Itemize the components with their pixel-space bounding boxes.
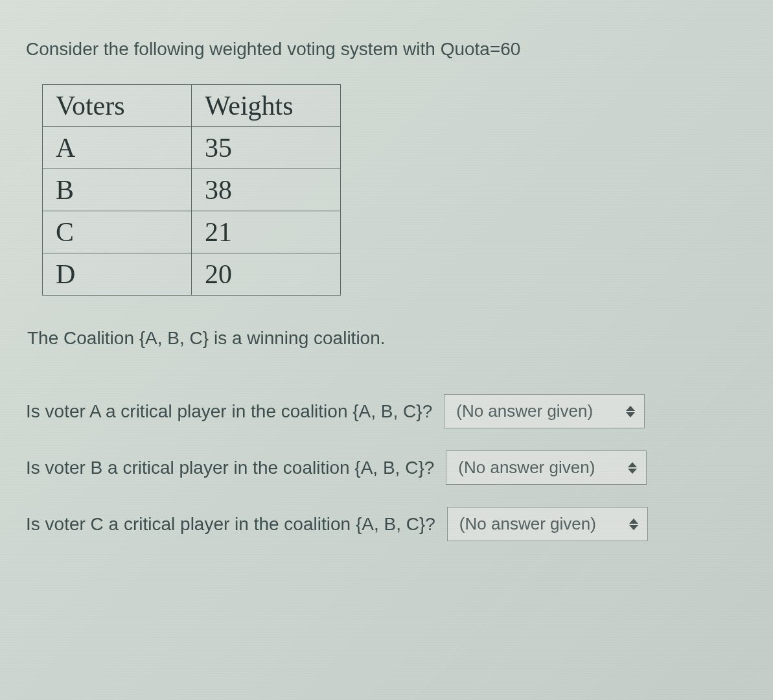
table-row: A 35	[43, 127, 341, 169]
svg-marker-2	[628, 462, 637, 467]
coalition-statement: The Coalition {A, B, C} is a winning coa…	[27, 328, 747, 349]
cell-weight: 20	[192, 253, 341, 296]
question-text: Is voter C a critical player in the coal…	[26, 514, 435, 535]
question-row-a: Is voter A a critical player in the coal…	[26, 394, 747, 428]
table-row: C 21	[43, 211, 341, 253]
svg-marker-3	[628, 469, 637, 474]
sort-arrows-icon	[626, 406, 635, 417]
cell-voter: A	[43, 127, 192, 169]
sort-arrows-icon	[629, 519, 638, 530]
header-voters: Voters	[43, 85, 192, 127]
intro-text: Consider the following weighted voting s…	[26, 39, 747, 60]
cell-voter: D	[43, 253, 192, 296]
question-row-b: Is voter B a critical player in the coal…	[26, 450, 747, 485]
dropdown-selected: (No answer given)	[456, 401, 593, 421]
cell-voter: C	[43, 211, 192, 253]
sort-arrows-icon	[628, 462, 637, 474]
cell-weight: 21	[192, 211, 341, 253]
answer-dropdown-b[interactable]: (No answer given)	[446, 450, 647, 485]
svg-marker-4	[629, 519, 638, 524]
header-weights: Weights	[192, 85, 341, 127]
table-row: D 20	[43, 253, 341, 296]
table-header-row: Voters Weights	[43, 85, 341, 127]
question-text: Is voter B a critical player in the coal…	[26, 458, 434, 478]
table-row: B 38	[43, 169, 341, 211]
cell-voter: B	[43, 169, 192, 211]
svg-marker-0	[626, 406, 635, 411]
cell-weight: 38	[192, 169, 341, 211]
answer-dropdown-c[interactable]: (No answer given)	[447, 507, 648, 541]
answer-dropdown-a[interactable]: (No answer given)	[444, 394, 645, 428]
svg-marker-1	[626, 412, 635, 417]
question-row-c: Is voter C a critical player in the coal…	[26, 507, 747, 541]
dropdown-selected: (No answer given)	[458, 458, 595, 478]
question-text: Is voter A a critical player in the coal…	[26, 401, 432, 422]
voter-weights-table: Voters Weights A 35 B 38 C 21 D 20	[42, 84, 341, 296]
cell-weight: 35	[192, 127, 341, 169]
dropdown-selected: (No answer given)	[459, 514, 596, 534]
svg-marker-5	[629, 525, 638, 530]
